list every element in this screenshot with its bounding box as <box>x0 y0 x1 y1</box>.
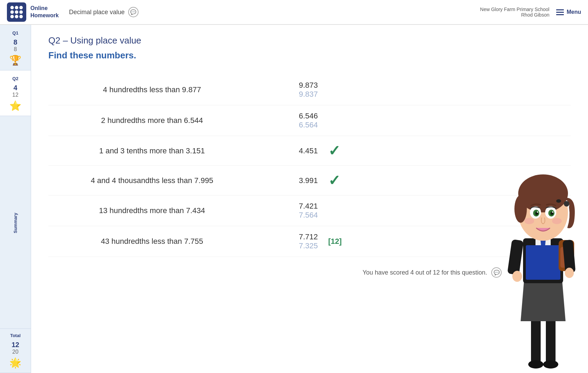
sidebar-total-score: 12 <box>11 341 19 349</box>
logo-grid <box>10 6 23 18</box>
user-answer: 9.873 <box>299 81 318 90</box>
problem-text: 4 hundredths less than 9.877 <box>48 85 256 94</box>
checkmark-icon: ✓ <box>328 172 340 189</box>
total-badge: 🌟 <box>9 357 21 369</box>
main-content: Q2 – Using place value Find these number… <box>31 25 588 373</box>
problem-row: 1 and 3 tenths more than 3.151 4.451 ✓ <box>48 136 571 166</box>
app-title: Online Homework <box>30 5 59 19</box>
svg-point-2 <box>528 360 543 369</box>
user-answer: 3.991 <box>299 176 318 185</box>
trophy-icon: 🏆 <box>9 55 21 66</box>
sidebar-q1-max: 8 <box>14 46 17 52</box>
svg-point-18 <box>564 201 569 207</box>
topic-speech-bubble[interactable]: 💬 <box>128 7 139 17</box>
sidebar-q1[interactable]: Q1 8 8 🏆 <box>0 25 31 70</box>
correct-answer: 6.564 <box>299 121 318 130</box>
character-svg <box>498 149 588 373</box>
score-text: You have scored 4 out of 12 for this que… <box>362 269 487 276</box>
main-layout: Q1 8 8 🏆 Q2 4 12 ⭐ Summary Total 12 20 <box>0 25 588 373</box>
answer-area: 3.991 <box>276 176 318 185</box>
summary-label: Summary <box>13 213 18 233</box>
svg-rect-10 <box>507 239 524 275</box>
svg-point-31 <box>556 199 561 203</box>
problem-row: 4 hundredths less than 9.877 9.873 9.837 <box>48 75 571 105</box>
menu-label: Menu <box>567 9 581 15</box>
problems-area: 4 hundredths less than 9.877 9.873 9.837… <box>48 75 571 257</box>
sidebar-total-max: 20 <box>12 349 19 355</box>
svg-point-3 <box>543 360 558 369</box>
problem-text: 2 hundredths more than 6.544 <box>48 116 256 125</box>
svg-rect-7 <box>526 245 560 280</box>
problem-text: 1 and 3 tenths more than 3.151 <box>48 146 256 155</box>
correct-answer: 7.325 <box>299 241 318 250</box>
problem-text: 43 hundredths less than 7.755 <box>48 237 256 246</box>
svg-point-27 <box>537 211 538 213</box>
correct-answer: 9.837 <box>299 90 318 99</box>
answer-area: 9.873 9.837 <box>276 81 318 99</box>
total-star-icon: 🌟 <box>9 357 21 368</box>
hamburger-icon <box>556 9 564 15</box>
score-footer: You have scored 4 out of 12 for this que… <box>48 267 571 278</box>
character-illustration <box>498 149 588 373</box>
sidebar-q1-score: 8 <box>13 38 17 46</box>
sidebar-q2-score: 4 <box>13 84 17 92</box>
school-name: New Glory Farm Primary School <box>480 7 550 12</box>
user-answer: 4.451 <box>299 146 318 155</box>
svg-point-28 <box>552 211 553 213</box>
user-answer: 7.712 <box>299 232 318 241</box>
sidebar-q2[interactable]: Q2 4 12 ⭐ <box>0 70 31 116</box>
problem-row: 43 hundredths less than 7.755 7.712 7.32… <box>48 226 571 257</box>
user-info: New Glory Farm Primary School Rhod Gibso… <box>480 7 550 18</box>
sidebar: Q1 8 8 🏆 Q2 4 12 ⭐ Summary Total 12 20 <box>0 25 31 373</box>
sidebar-q1-label: Q1 <box>12 30 18 36</box>
header: Online Homework Decimal place value 💬 Ne… <box>0 0 588 25</box>
svg-point-17 <box>514 195 527 223</box>
problem-row: 4 and 4 thousandths less than 7.995 3.99… <box>48 166 571 195</box>
menu-button[interactable]: Menu <box>556 9 581 15</box>
sidebar-summary[interactable]: Summary <box>0 116 31 329</box>
problem-row: 2 hundredths more than 6.544 6.546 6.564 <box>48 105 571 136</box>
star-icon: ⭐ <box>9 101 21 111</box>
sidebar-total[interactable]: Total 12 20 🌟 <box>0 329 31 373</box>
svg-point-13 <box>565 268 574 278</box>
svg-point-12 <box>512 271 522 282</box>
svg-point-30 <box>552 218 562 224</box>
correct-answer: 7.564 <box>299 211 318 220</box>
sidebar-total-label: Total <box>10 333 20 338</box>
logo[interactable] <box>7 2 26 22</box>
problem-row: 13 hundredths more than 7.434 7.421 7.56… <box>48 195 571 226</box>
svg-rect-1 <box>546 318 556 363</box>
problem-text: 4 and 4 thousandths less than 7.995 <box>48 176 256 185</box>
user-name: Rhod Gibson <box>480 12 550 18</box>
answer-area: 7.712 7.325 <box>276 232 318 250</box>
problem-text: 13 hundredths more than 7.434 <box>48 206 256 215</box>
answer-area: 6.546 6.564 <box>276 112 318 130</box>
answer-area: 7.421 7.564 <box>276 202 318 220</box>
answer-area: 4.451 <box>276 146 318 155</box>
svg-rect-0 <box>531 318 541 363</box>
svg-point-29 <box>524 218 534 224</box>
question-subtitle: Find these numbers. <box>48 50 571 61</box>
user-answer: 6.546 <box>299 112 318 121</box>
user-answer: 7.421 <box>299 202 318 211</box>
score-badge: [12] <box>328 237 342 246</box>
sidebar-q2-max: 12 <box>12 92 19 98</box>
q2-badge: ⭐ <box>9 100 21 112</box>
topic-title: Decimal place value 💬 <box>69 7 480 17</box>
checkmark-icon: ✓ <box>328 142 340 159</box>
q1-badge: 🏆 <box>9 55 21 66</box>
sidebar-q2-label: Q2 <box>12 76 18 81</box>
question-title: Q2 – Using place value <box>48 35 571 46</box>
